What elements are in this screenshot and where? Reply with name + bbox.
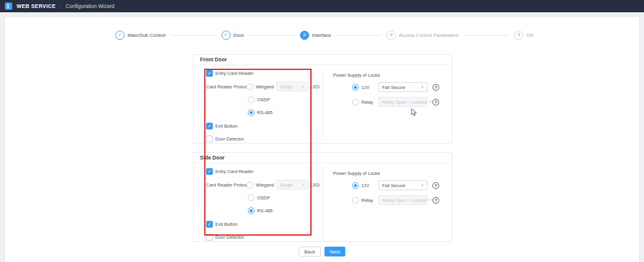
12v-mode-select[interactable]: Fail Secure ∨ [378, 180, 427, 190]
step-ok: 5 OK [514, 31, 534, 40]
entry-card-reader-row: Entry Card Reader [206, 168, 254, 175]
chevron-down-icon: ∨ [301, 182, 304, 187]
card-reader-protocol-label: Card Reader Protocol [206, 84, 244, 90]
step-connector [464, 35, 510, 36]
door-detector-row: Door Detector [206, 135, 244, 143]
relay-radio[interactable] [352, 99, 359, 106]
entry-card-reader-label: Entry Card Reader [215, 169, 254, 174]
help-icon[interactable]: ? [432, 99, 439, 106]
12v-mode-select[interactable]: Fail Secure ∨ [378, 82, 427, 92]
step-interface: 3 Interface [300, 31, 331, 40]
step-label: Main/Sub Control [128, 33, 166, 38]
relay-label: Relay [361, 99, 376, 105]
back-button[interactable]: Back [299, 247, 321, 256]
step-label: OK [526, 33, 534, 38]
rs485-radio[interactable] [248, 207, 255, 214]
step-main-sub-control: ✓ Main/Sub Control [115, 31, 166, 40]
help-icon[interactable]: ? [432, 197, 439, 204]
12v-label: 12V [361, 183, 376, 188]
chevron-down-icon: ∨ [429, 99, 432, 104]
exit-button-checkbox[interactable] [206, 123, 213, 129]
power-relay-row: Relay Relay Open = Locked ∨ ? [352, 97, 439, 107]
osdp-radio[interactable] [248, 195, 255, 201]
relay-mode-value: Relay Open = Locked [382, 198, 426, 203]
12v-mode-value: Fail Secure [382, 183, 405, 188]
osdp-row: OSDP [248, 96, 270, 104]
power-relay-row: Relay Relay Open = Locked ∨ ? [352, 195, 439, 205]
12v-radio[interactable] [352, 182, 359, 189]
rs485-row: RS-485 [248, 109, 272, 117]
panel-body: Entry Card Reader Card Reader Protocol W… [194, 65, 451, 143]
step-number: 3 [300, 31, 309, 40]
led-label: LED [311, 182, 320, 188]
wizard-stepper: ✓ Main/Sub Control ✓ Door 3 Interface 4 … [115, 29, 534, 40]
power-supply-label-row: Power Supply of Locks [333, 169, 380, 177]
wiegand-radio[interactable] [247, 83, 253, 90]
osdp-label: OSDP [257, 97, 270, 102]
wiegand-radio[interactable] [247, 182, 253, 188]
step-connector [171, 35, 217, 36]
exit-button-checkbox[interactable] [206, 221, 213, 228]
step-check-icon: ✓ [115, 31, 125, 40]
next-button[interactable]: Next [324, 247, 345, 256]
entry-card-reader-checkbox[interactable] [206, 70, 213, 77]
step-label: Door [234, 33, 244, 38]
step-number: 5 [514, 31, 523, 40]
exit-button-row: Exit Button [206, 122, 237, 130]
panel-title: Front Door [194, 55, 451, 65]
panel-title: Side Door [194, 153, 451, 163]
column-divider [323, 166, 323, 239]
12v-label: 12V [361, 85, 376, 90]
main-card: ✓ Main/Sub Control ✓ Door 3 Interface 4 … [5, 17, 639, 262]
step-connector [249, 35, 295, 36]
side-door-panel: Side Door Entry Card Reader Card Reader … [193, 152, 452, 242]
exit-button-row: Exit Button [206, 220, 237, 228]
wiegand-mode-select[interactable]: Single ∨ [277, 180, 309, 190]
rs485-label: RS-485 [257, 110, 272, 115]
door-detector-label: Door Detector [215, 234, 244, 240]
chevron-down-icon: ∨ [421, 85, 424, 90]
card-reader-protocol-row: Card Reader Protocol Wiegand Single ∨ LE… [206, 82, 320, 91]
help-icon[interactable]: ? [432, 182, 439, 189]
topbar: WEB SERVICE | Configuration Wizard [0, 0, 644, 12]
step-number: 4 [386, 31, 396, 40]
12v-radio[interactable] [352, 84, 359, 91]
help-icon[interactable]: ? [432, 84, 439, 91]
card-reader-protocol-label: Card Reader Protocol [206, 182, 244, 188]
wiegand-label: Wiegand [256, 182, 274, 188]
osdp-radio[interactable] [248, 96, 255, 103]
rs485-label: RS-485 [257, 208, 272, 214]
front-door-panel: Front Door Entry Card Reader Card Reader… [193, 54, 452, 144]
step-label: Access Control Parameters [399, 33, 458, 38]
osdp-row: OSDP [248, 194, 270, 202]
exit-button-label: Exit Button [215, 123, 237, 129]
column-divider [323, 67, 323, 141]
door-detector-checkbox[interactable] [206, 234, 213, 241]
rs485-radio[interactable] [248, 109, 255, 116]
entry-card-reader-row: Entry Card Reader [206, 69, 254, 77]
page-title: Configuration Wizard [66, 3, 114, 9]
relay-mode-select[interactable]: Relay Open = Locked ∨ [378, 195, 427, 205]
osdp-label: OSDP [257, 195, 270, 201]
step-check-icon: ✓ [221, 31, 231, 40]
app-logo-icon [5, 2, 12, 10]
relay-mode-select[interactable]: Relay Open = Locked ∨ [378, 97, 427, 107]
wizard-footer: Back Next [5, 247, 639, 256]
relay-radio[interactable] [352, 197, 359, 204]
entry-card-reader-checkbox[interactable] [206, 168, 213, 175]
door-detector-checkbox[interactable] [206, 136, 213, 142]
topbar-divider: | [60, 3, 61, 9]
step-connector [336, 35, 382, 36]
brand-title: WEB SERVICE [17, 3, 56, 9]
rs485-row: RS-485 [248, 207, 272, 215]
wiegand-mode-select[interactable]: Single ∨ [277, 82, 309, 91]
exit-button-label: Exit Button [215, 222, 237, 227]
card-reader-protocol-row: Card Reader Protocol Wiegand Single ∨ LE… [206, 180, 320, 190]
12v-mode-value: Fail Secure [382, 85, 405, 90]
wiegand-label: Wiegand [256, 84, 274, 90]
entry-card-reader-label: Entry Card Reader [215, 71, 254, 76]
panel-body: Entry Card Reader Card Reader Protocol W… [194, 163, 451, 241]
led-label: LED [311, 84, 320, 90]
chevron-down-icon: ∨ [429, 198, 432, 202]
power-supply-label-row: Power Supply of Locks [333, 71, 380, 79]
